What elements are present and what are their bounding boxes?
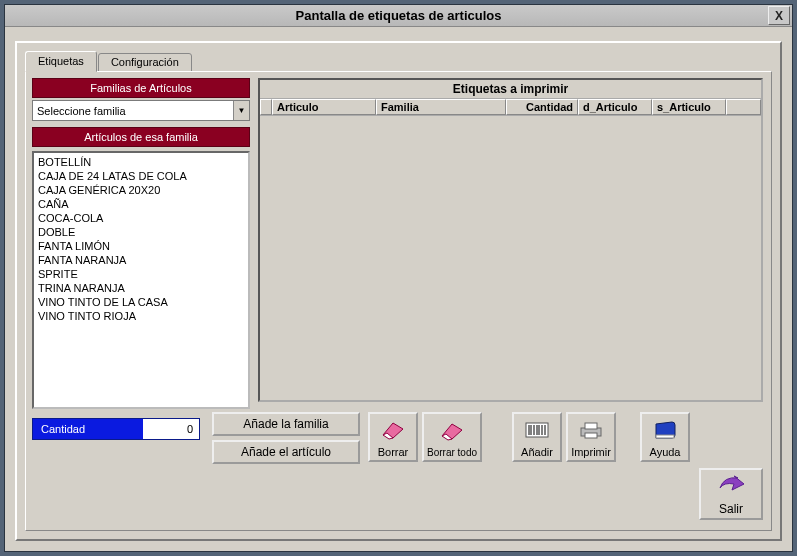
list-item[interactable]: DOBLE [38,225,244,239]
svg-rect-9 [585,423,597,429]
left-column: Familias de Artículos Seleccione familia… [32,78,250,409]
anadir-label: Añadir [521,446,553,458]
titlebar: Pantalla de etiquetas de articulos X [5,5,792,27]
add-articulo-button[interactable]: Añade el artículo [212,440,360,464]
add-familia-button[interactable]: Añade la familia [212,412,360,436]
grid-header: Articulo Familia Cantidad d_Articulo s_A… [260,98,761,116]
ayuda-label: Ayuda [650,446,681,458]
col-familia[interactable]: Familia [376,99,506,115]
ayuda-button[interactable]: Ayuda [640,412,690,462]
list-item[interactable]: SPRITE [38,267,244,281]
col-d-articulo[interactable]: d_Articulo [578,99,652,115]
close-icon: X [775,9,783,23]
eraser-icon [438,414,466,447]
print-grid-pane: Etiquetas a imprimir Articulo Familia Ca… [258,78,763,402]
borrar-button[interactable]: Borrar [368,412,418,462]
col-s-articulo[interactable]: s_Articulo [652,99,726,115]
book-icon [652,414,678,446]
list-item[interactable]: FANTA LIMÓN [38,239,244,253]
list-item[interactable]: FANTA NARANJA [38,253,244,267]
app-window: Pantalla de etiquetas de articulos X Eti… [4,4,793,552]
list-item[interactable]: VINO TINTO RIOJA [38,309,244,323]
article-list[interactable]: BOTELLÍN CAJA DE 24 LATAS DE COLA CAJA G… [32,151,250,409]
articulos-header: Artículos de esa familia [32,127,250,147]
imprimir-button[interactable]: Imprimir [566,412,616,462]
printer-icon [578,414,604,446]
list-item[interactable]: TRINA NARANJA [38,281,244,295]
salir-button[interactable]: Salir [699,468,763,520]
window-title: Pantalla de etiquetas de articulos [296,8,502,23]
grid-row-selector[interactable] [260,99,272,115]
list-item[interactable]: COCA-COLA [38,211,244,225]
chevron-down-icon[interactable]: ▼ [233,101,249,120]
familias-header: Familias de Artículos [32,78,250,98]
col-articulo[interactable]: Articulo [272,99,376,115]
anadir-button[interactable]: Añadir [512,412,562,462]
grid-title: Etiquetas a imprimir [260,80,761,98]
salir-label: Salir [719,502,743,516]
list-item[interactable]: CAJA GENÉRICA 20X20 [38,183,244,197]
exit-arrow-icon [714,470,748,502]
borrar-label: Borrar [378,446,409,458]
tab-etiquetas[interactable]: Etiquetas [25,51,97,72]
list-item[interactable]: CAÑA [38,197,244,211]
tab-panel: Familias de Artículos Seleccione familia… [25,71,772,531]
tab-strip: Etiquetas Configuración [25,51,193,72]
list-item[interactable]: BOTELLÍN [38,155,244,169]
barcode-icon [524,414,550,446]
eraser-icon [379,414,407,446]
col-spacer [726,99,761,115]
list-item[interactable]: CAJA DE 24 LATAS DE COLA [38,169,244,183]
imprimir-label: Imprimir [571,446,611,458]
cantidad-label: Cantidad [33,419,143,439]
borrar-todo-label: Borrar todo [427,447,477,458]
bottom-toolbar: Cantidad Añade la familia Añade el artíc… [32,412,763,467]
grid-body[interactable] [260,116,761,400]
close-button[interactable]: X [768,6,790,25]
cantidad-group: Cantidad [32,418,200,440]
svg-rect-11 [656,435,674,438]
familia-combo[interactable]: Seleccione familia ▼ [32,100,250,121]
borrar-todo-button[interactable]: Borrar todo [422,412,482,462]
add-buttons: Añade la familia Añade el artículo [212,412,360,468]
col-cantidad[interactable]: Cantidad [506,99,578,115]
cantidad-input[interactable] [143,419,199,439]
list-item[interactable]: VINO TINTO DE LA CASA [38,295,244,309]
client-area: Etiquetas Configuración Familias de Artí… [15,41,782,541]
svg-rect-10 [585,433,597,438]
familia-combo-text: Seleccione familia [33,105,233,117]
